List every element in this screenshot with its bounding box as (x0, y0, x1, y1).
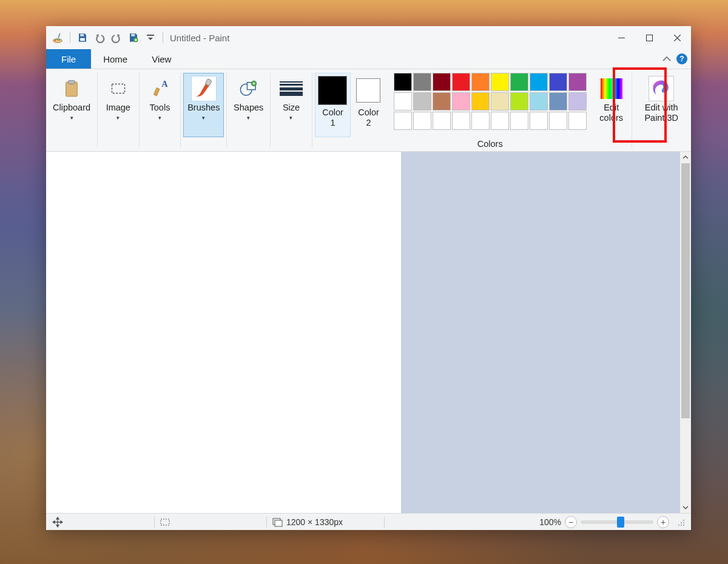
palette-swatch[interactable] (510, 73, 528, 91)
palette-swatch[interactable] (530, 73, 548, 91)
palette-swatch[interactable] (413, 92, 431, 110)
help-icon[interactable]: ? (676, 53, 687, 64)
status-bar: 1200 × 1330px 100% − + (46, 513, 691, 530)
palette-swatch[interactable] (394, 92, 412, 110)
clipboard-icon (59, 76, 84, 101)
canvas-dimensions: 1200 × 1330px (286, 517, 343, 527)
tab-file[interactable]: File (46, 49, 91, 69)
palette-swatch[interactable] (568, 112, 587, 130)
save-icon[interactable] (76, 31, 89, 44)
resize-grip-icon[interactable] (676, 518, 685, 526)
scroll-up-icon[interactable] (680, 152, 691, 163)
selection-icon (160, 517, 170, 528)
select-rect-icon (106, 76, 131, 101)
palette-swatch[interactable] (471, 112, 490, 130)
palette-swatch[interactable] (394, 73, 412, 91)
palette-swatch[interactable] (568, 73, 587, 91)
image-button[interactable]: Image ▾ (100, 73, 136, 137)
ribbon: Clipboard ▾ Image ▾ A Tools ▾ (46, 69, 691, 152)
selection-size-section (155, 517, 175, 528)
vertical-scrollbar[interactable] (680, 152, 691, 513)
shapes-button[interactable]: Shapes ▾ (229, 73, 268, 137)
shapes-icon (236, 76, 261, 101)
palette-swatch[interactable] (491, 92, 509, 110)
svg-rect-5 (80, 34, 84, 36)
svg-rect-10 (618, 38, 625, 38)
svg-rect-9 (147, 35, 154, 36)
title-bar: Untitled - Paint (46, 26, 691, 49)
size-icon (278, 76, 304, 101)
redo-icon[interactable] (110, 31, 123, 44)
zoom-controls: 100% − + (539, 516, 687, 528)
size-button[interactable]: Size ▾ (273, 73, 309, 137)
maximize-button[interactable] (635, 28, 663, 47)
quick-access-toolbar (46, 31, 165, 44)
tools-button[interactable]: A Tools ▾ (141, 73, 178, 137)
palette-swatch[interactable] (433, 73, 451, 91)
color2-button[interactable]: Color 2 (351, 73, 386, 137)
color1-button[interactable]: Color 1 (315, 73, 351, 137)
palette-swatch[interactable] (549, 73, 567, 91)
red-annotation-box (613, 67, 667, 143)
zoom-value: 100% (539, 517, 561, 527)
close-button[interactable] (663, 28, 691, 47)
minimize-button[interactable] (607, 28, 635, 47)
zoom-slider-handle[interactable] (617, 517, 624, 528)
scroll-down-icon[interactable] (680, 502, 691, 513)
svg-rect-4 (58, 33, 60, 38)
svg-text:A: A (162, 79, 169, 89)
palette-swatch[interactable] (491, 112, 509, 130)
palette-swatch[interactable] (433, 112, 451, 130)
zoom-out-button[interactable]: − (565, 516, 577, 528)
palette-swatch[interactable] (510, 112, 528, 130)
canvas[interactable] (46, 152, 401, 513)
tab-home[interactable]: Home (91, 49, 140, 69)
palette-swatch[interactable] (510, 92, 528, 110)
palette-swatch[interactable] (452, 112, 470, 130)
svg-rect-14 (112, 84, 124, 93)
collapse-ribbon-icon[interactable] (662, 54, 672, 64)
color-palette[interactable] (394, 73, 587, 130)
dropdown-icon: ▾ (202, 115, 205, 121)
canvas-workspace[interactable] (46, 152, 691, 513)
svg-rect-6 (80, 38, 85, 41)
palette-swatch[interactable] (491, 73, 509, 91)
palette-swatch[interactable] (413, 73, 431, 91)
clipboard-button[interactable]: Clipboard ▾ (49, 73, 95, 137)
colors-group-label: Colors (477, 139, 503, 151)
dropdown-icon: ▾ (158, 115, 161, 121)
palette-swatch[interactable] (452, 73, 470, 91)
ribbon-tabs: File Home View ? (46, 49, 691, 69)
move-cursor-icon (52, 517, 63, 528)
palette-swatch[interactable] (452, 92, 470, 110)
palette-swatch[interactable] (433, 92, 451, 110)
svg-rect-11 (646, 35, 652, 41)
undo-icon[interactable] (93, 31, 106, 44)
svg-rect-20 (161, 519, 169, 525)
dropdown-icon: ▾ (289, 115, 292, 121)
brush-icon (191, 76, 217, 101)
dropdown-icon: ▾ (70, 115, 73, 121)
svg-point-1 (55, 39, 56, 41)
scroll-thumb[interactable] (681, 163, 690, 418)
palette-swatch[interactable] (394, 112, 412, 130)
palette-swatch[interactable] (549, 112, 567, 130)
tools-icon: A (147, 76, 172, 101)
svg-rect-13 (69, 80, 75, 84)
qat-customize-icon[interactable] (144, 31, 157, 44)
svg-rect-7 (131, 34, 135, 36)
palette-swatch[interactable] (471, 92, 490, 110)
palette-swatch[interactable] (471, 73, 490, 91)
zoom-slider[interactable] (581, 520, 653, 524)
tab-view[interactable]: View (140, 49, 183, 69)
window-title: Untitled - Paint (170, 33, 229, 43)
zoom-in-button[interactable]: + (657, 516, 669, 528)
app-icon (51, 31, 64, 44)
palette-swatch[interactable] (530, 92, 548, 110)
palette-swatch[interactable] (549, 92, 567, 110)
save-as-icon[interactable] (127, 31, 140, 44)
brushes-button[interactable]: Brushes ▾ (183, 73, 224, 137)
palette-swatch[interactable] (568, 92, 587, 110)
palette-swatch[interactable] (413, 112, 431, 130)
palette-swatch[interactable] (530, 112, 548, 130)
